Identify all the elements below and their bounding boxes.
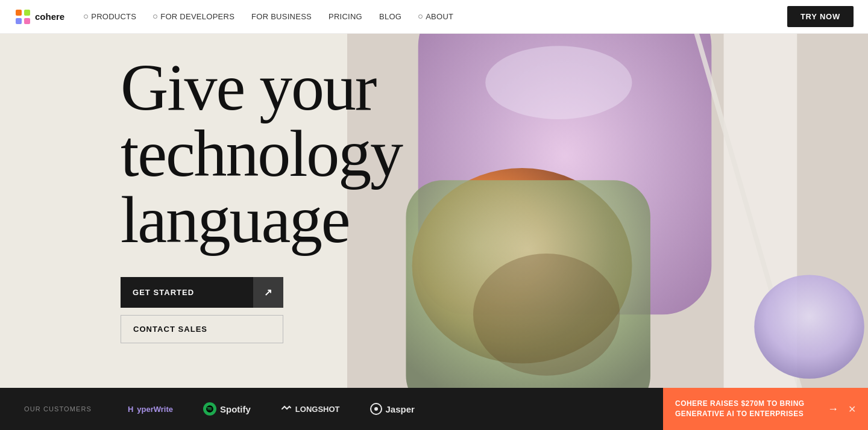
svg-rect-1 bbox=[24, 10, 30, 16]
contact-sales-button[interactable]: CONTACT SALES bbox=[121, 315, 283, 343]
spotify-circle-icon bbox=[203, 402, 216, 416]
get-started-button[interactable]: GET STARTED ↗ bbox=[121, 277, 283, 308]
hero-section: Give your technology language GET STARTE… bbox=[0, 34, 868, 388]
nav-item-blog[interactable]: BLOG bbox=[379, 12, 401, 21]
logo[interactable]: cohere bbox=[14, 8, 64, 25]
announcement-banner: COHERE RAISES $270M TO BRING GENERATIVE … bbox=[663, 388, 868, 430]
logo-text: cohere bbox=[35, 11, 64, 22]
hero-buttons: GET STARTED ↗ CONTACT SALES bbox=[121, 277, 283, 343]
svg-point-13 bbox=[374, 407, 378, 411]
hero-title-line3: language bbox=[121, 183, 349, 257]
logo-icon bbox=[14, 8, 31, 25]
navbar-left: cohere PRODUCTS FOR DEVELOPERS FOR BUSIN… bbox=[14, 8, 453, 25]
svg-point-10 bbox=[754, 275, 864, 378]
spotify-logo: Spotify bbox=[203, 402, 251, 416]
svg-point-11 bbox=[473, 254, 620, 376]
jasper-logo: Jasper bbox=[370, 403, 415, 415]
nav-links: PRODUCTS FOR DEVELOPERS FOR BUSINESS PRI… bbox=[84, 12, 453, 21]
announcement-text: COHERE RAISES $270M TO BRING GENERATIVE … bbox=[675, 399, 818, 419]
announcement-close-button[interactable]: ✕ bbox=[848, 404, 856, 415]
nav-item-developers[interactable]: FOR DEVELOPERS bbox=[153, 12, 234, 21]
longshot-text: LONGSHOT bbox=[295, 405, 340, 414]
svg-rect-3 bbox=[24, 18, 30, 24]
get-started-arrow-icon: ↗ bbox=[253, 277, 283, 308]
try-now-button[interactable]: TRY NOW bbox=[787, 6, 854, 27]
nav-dot-about bbox=[418, 14, 423, 19]
nav-dot-developers bbox=[153, 14, 157, 19]
hero-title-line1: Give your bbox=[121, 51, 376, 124]
nav-item-pricing[interactable]: PRICING bbox=[329, 12, 362, 21]
longshot-icon bbox=[281, 404, 292, 414]
spotify-text: Spotify bbox=[220, 404, 251, 414]
jasper-text: Jasper bbox=[386, 404, 415, 414]
hero-title: Give your technology language bbox=[121, 54, 402, 253]
footer-bar: OUR CUSTOMERS H yperWrite Spotify LONGSH… bbox=[0, 388, 868, 430]
our-customers-label: OUR CUSTOMERS bbox=[24, 405, 92, 413]
hero-visual bbox=[347, 34, 868, 388]
get-started-label: GET STARTED bbox=[121, 278, 253, 307]
svg-rect-2 bbox=[16, 18, 22, 24]
hero-title-line2: technology bbox=[121, 117, 402, 190]
svg-rect-0 bbox=[16, 10, 22, 16]
hyperwrite-logo: H yperWrite bbox=[128, 405, 173, 414]
nav-dot-products bbox=[84, 14, 88, 19]
hero-content: Give your technology language GET STARTE… bbox=[0, 54, 402, 367]
announcement-arrow-icon[interactable]: → bbox=[828, 403, 838, 416]
hyperwrite-text: yperWrite bbox=[137, 405, 173, 414]
nav-item-products[interactable]: PRODUCTS bbox=[84, 12, 136, 21]
nav-item-business[interactable]: FOR BUSINESS bbox=[251, 12, 312, 21]
longshot-logo: LONGSHOT bbox=[281, 404, 340, 414]
jasper-circle-icon bbox=[370, 403, 382, 415]
jasper-inner-icon bbox=[373, 406, 379, 412]
nav-item-about[interactable]: ABOUT bbox=[418, 12, 453, 21]
navbar: cohere PRODUCTS FOR DEVELOPERS FOR BUSIN… bbox=[0, 0, 868, 34]
hyperwrite-label: H bbox=[128, 405, 133, 414]
svg-point-12 bbox=[485, 46, 632, 119]
